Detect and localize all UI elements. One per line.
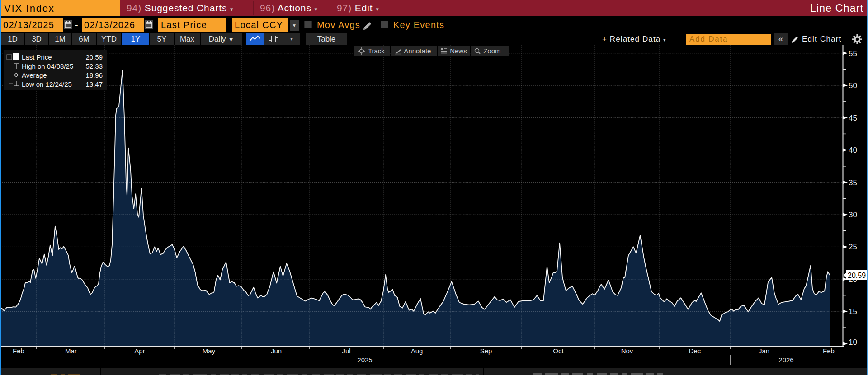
svg-text:40: 40 [849, 146, 857, 155]
svg-text:15: 15 [849, 307, 857, 316]
svg-text:May: May [203, 347, 216, 355]
svg-text:Jun: Jun [271, 347, 282, 355]
svg-text:Sep: Sep [480, 347, 492, 355]
svg-text:45: 45 [849, 114, 857, 122]
svg-text:2026: 2026 [778, 356, 793, 364]
svg-text:Low on 12/24/25: Low on 12/24/25 [22, 80, 72, 88]
svg-text:35: 35 [849, 178, 857, 187]
svg-text:Apr: Apr [134, 347, 145, 355]
svg-text:18.96: 18.96 [85, 71, 103, 79]
svg-text:2025: 2025 [357, 356, 372, 364]
svg-text:20.59: 20.59 [848, 272, 866, 279]
svg-text:Last Price: Last Price [22, 53, 52, 61]
svg-text:Jul: Jul [342, 347, 350, 355]
svg-text:13.47: 13.47 [85, 80, 103, 88]
svg-text:Jan: Jan [759, 347, 769, 355]
svg-text:Aug: Aug [411, 347, 423, 355]
svg-text:Dec: Dec [689, 347, 701, 355]
svg-text:High on 04/08/25: High on 04/08/25 [22, 62, 73, 70]
svg-text:30: 30 [849, 211, 857, 219]
svg-text:Mar: Mar [65, 347, 77, 355]
svg-text:Feb: Feb [13, 347, 24, 355]
svg-text:25: 25 [849, 243, 857, 251]
svg-text:55: 55 [849, 49, 857, 58]
svg-text:Average: Average [22, 71, 47, 79]
svg-text:20.59: 20.59 [85, 53, 103, 61]
svg-text:50: 50 [849, 81, 857, 90]
svg-text:Nov: Nov [621, 347, 633, 355]
svg-text:10: 10 [849, 338, 857, 347]
svg-text:Oct: Oct [553, 347, 564, 355]
svg-text:52.33: 52.33 [85, 62, 103, 70]
svg-text:Feb: Feb [823, 347, 835, 355]
